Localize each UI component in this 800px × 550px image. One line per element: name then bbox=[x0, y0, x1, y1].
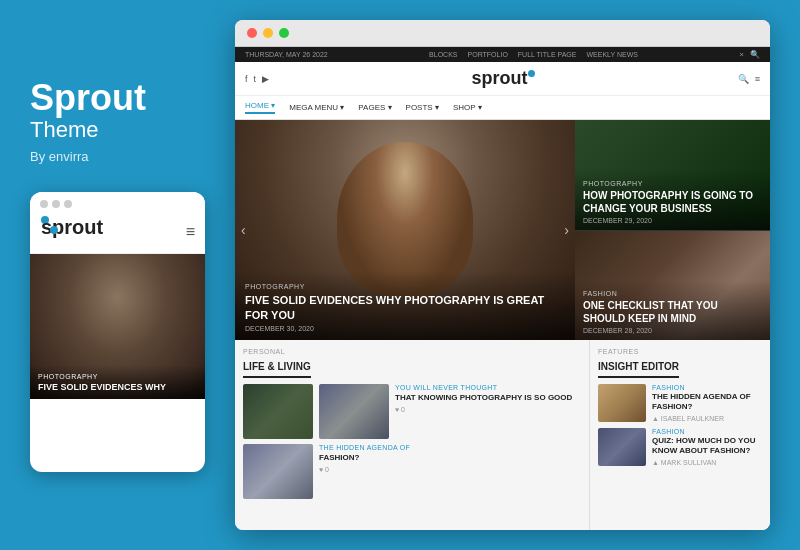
hero-main: ‹ › PHOTOGRAPHY FIVE SOLID EVIDENCES WHY… bbox=[235, 120, 575, 340]
hero-card-2-date: DECEMBER 28, 2020 bbox=[583, 327, 762, 334]
topbar-icons: × 🔍 bbox=[739, 50, 760, 59]
browser-chrome bbox=[235, 20, 770, 47]
social-facebook-icon[interactable]: f bbox=[245, 74, 248, 84]
site-header: f t ▶ sprout 🔍 ≡ bbox=[235, 62, 770, 96]
topbar-date: THURSDAY, MAY 26 2022 bbox=[245, 51, 328, 58]
insight-item-2: FASHION QUIZ: HOW MUCH DO YOU KNOW ABOUT… bbox=[598, 428, 762, 466]
nav-mega-menu[interactable]: MEGA MENU ▾ bbox=[289, 101, 344, 114]
hero-card-2-title: ONE CHECKLIST THAT YOU SHOULD KEEP IN MI… bbox=[583, 299, 762, 325]
article-2-category: THE HIDDEN AGENDA OF bbox=[319, 444, 581, 451]
mobile-dot-3 bbox=[64, 200, 72, 208]
mobile-mockup: sprout ≡ PHOTOGRAPHY FIVE SOLID EVIDENCE… bbox=[30, 192, 205, 472]
topbar-search-icon[interactable]: 🔍 bbox=[750, 50, 760, 59]
insight-2-title: QUIZ: HOW MUCH DO YOU KNOW ABOUT FASHION… bbox=[652, 436, 762, 457]
lower-left-label: PERSONAL bbox=[243, 348, 581, 355]
hero-card-1-date: DECEMBER 29, 2020 bbox=[583, 217, 762, 224]
mobile-image-area: PHOTOGRAPHY FIVE SOLID EVIDENCES WHY bbox=[30, 254, 205, 399]
mobile-caption-title: FIVE SOLID EVIDENCES WHY bbox=[38, 382, 197, 393]
topbar-nav-weekly[interactable]: WEEKLY NEWS bbox=[586, 51, 637, 58]
mobile-caption-category: PHOTOGRAPHY bbox=[38, 373, 197, 380]
mobile-top-bar bbox=[30, 192, 205, 212]
browser-dot-minimize[interactable] bbox=[263, 28, 273, 38]
lower-left: PERSONAL LIFE & LIVING YOU WILL NEVER TH… bbox=[235, 340, 590, 530]
article-thumb-2-image bbox=[319, 384, 389, 439]
topbar-nav-blocks[interactable]: BLOCKS bbox=[429, 51, 457, 58]
insight-thumb-2 bbox=[598, 428, 646, 466]
article-2-title: FASHION? bbox=[319, 453, 581, 463]
hero-card-2-overlay: FASHION ONE CHECKLIST THAT YOU SHOULD KE… bbox=[575, 280, 770, 340]
lower-articles: YOU WILL NEVER THOUGHT THAT KNOWING PHOT… bbox=[243, 384, 581, 499]
nav-pages[interactable]: PAGES ▾ bbox=[358, 101, 391, 114]
insight-content-1: FASHION THE HIDDEN AGENDA OF FASHION? ▲ … bbox=[652, 384, 762, 422]
insight-1-category: FASHION bbox=[652, 384, 762, 391]
nav-shop[interactable]: SHOP ▾ bbox=[453, 101, 482, 114]
insight-1-author: ▲ ISABEL FAULKNER bbox=[652, 415, 762, 422]
hero-prev-button[interactable]: ‹ bbox=[241, 222, 246, 238]
article-thumb-3-image bbox=[243, 444, 313, 499]
mobile-caption: PHOTOGRAPHY FIVE SOLID EVIDENCES WHY bbox=[30, 365, 205, 399]
article-list-row1: YOU WILL NEVER THOUGHT THAT KNOWING PHOT… bbox=[243, 384, 581, 439]
nav-home[interactable]: HOME ▾ bbox=[245, 101, 275, 114]
hero-main-caption: PHOTOGRAPHY FIVE SOLID EVIDENCES WHY PHO… bbox=[235, 271, 575, 340]
hero-main-category: PHOTOGRAPHY bbox=[245, 283, 565, 290]
article-1-meta: ♥ 0 bbox=[395, 406, 581, 413]
site-header-actions: 🔍 ≡ bbox=[738, 74, 760, 84]
lower-right: FEATURES INSIGHT EDITOR FASHION THE HIDD… bbox=[590, 340, 770, 530]
insight-2-category: FASHION bbox=[652, 428, 762, 435]
insight-1-title: THE HIDDEN AGENDA OF FASHION? bbox=[652, 392, 762, 413]
article-side-1: YOU WILL NEVER THOUGHT THAT KNOWING PHOT… bbox=[395, 384, 581, 439]
header-search-icon[interactable]: 🔍 bbox=[738, 74, 749, 84]
header-logo-dot bbox=[528, 70, 535, 77]
insight-section-title: INSIGHT EDITOR bbox=[598, 361, 679, 378]
topbar-nav-portfolio[interactable]: PORTFOLIO bbox=[468, 51, 508, 58]
article-list-row2: THE HIDDEN AGENDA OF FASHION? ♥ 0 bbox=[243, 444, 581, 499]
site-nav: HOME ▾ MEGA MENU ▾ PAGES ▾ POSTS ▾ SHOP … bbox=[235, 96, 770, 120]
desktop-mockup: THURSDAY, MAY 26 2022 BLOCKS PORTFOLIO F… bbox=[235, 20, 770, 530]
insight-content-2: FASHION QUIZ: HOW MUCH DO YOU KNOW ABOUT… bbox=[652, 428, 762, 466]
mobile-dot-1 bbox=[40, 200, 48, 208]
hero-card-2-category: FASHION bbox=[583, 290, 762, 297]
topbar-nav: BLOCKS PORTFOLIO FULL TITLE PAGE WEEKLY … bbox=[429, 51, 638, 58]
mobile-menu-icon[interactable]: ≡ bbox=[186, 223, 195, 241]
article-thumb-3 bbox=[243, 444, 313, 499]
mobile-dots bbox=[40, 200, 72, 208]
hero-card-1-overlay: PHOTOGRAPHY HOW PHOTOGRAPHY IS GOING TO … bbox=[575, 170, 770, 230]
mobile-logo-area: sprout ≡ bbox=[30, 212, 205, 254]
hero-section: ‹ › PHOTOGRAPHY FIVE SOLID EVIDENCES WHY… bbox=[235, 120, 770, 340]
insight-thumb-1-image bbox=[598, 384, 646, 422]
browser-dot-maximize[interactable] bbox=[279, 28, 289, 38]
insight-thumb-1 bbox=[598, 384, 646, 422]
hero-main-date: DECEMBER 30, 2020 bbox=[245, 325, 565, 332]
mobile-dot-2 bbox=[52, 200, 60, 208]
hero-card-2: FASHION ONE CHECKLIST THAT YOU SHOULD KE… bbox=[575, 231, 770, 341]
lower-left-section-title: LIFE & LIVING bbox=[243, 361, 311, 378]
brand-subtitle: Theme bbox=[30, 117, 200, 143]
brand-by: By envirra bbox=[30, 149, 200, 164]
site-topbar: THURSDAY, MAY 26 2022 BLOCKS PORTFOLIO F… bbox=[235, 47, 770, 62]
insight-2-author: ▲ MARK SULLIVAN bbox=[652, 459, 762, 466]
hero-next-button[interactable]: › bbox=[564, 222, 569, 238]
social-twitter-icon[interactable]: t bbox=[254, 74, 257, 84]
mobile-logo: sprout bbox=[40, 216, 58, 247]
article-thumb-1 bbox=[243, 384, 313, 439]
hero-main-title: FIVE SOLID EVIDENCES WHY PHOTOGRAPHY IS … bbox=[245, 293, 565, 322]
insight-items: FASHION THE HIDDEN AGENDA OF FASHION? ▲ … bbox=[598, 384, 762, 466]
article-thumb-2 bbox=[319, 384, 389, 439]
brand-title: Sprout bbox=[30, 78, 200, 118]
article-1-title: THAT KNOWING PHOTOGRAPHY IS SO GOOD bbox=[395, 393, 581, 403]
hero-card-1: PHOTOGRAPHY HOW PHOTOGRAPHY IS GOING TO … bbox=[575, 120, 770, 231]
social-youtube-icon[interactable]: ▶ bbox=[262, 74, 269, 84]
article-2-meta: ♥ 0 bbox=[319, 466, 581, 473]
topbar-close-icon[interactable]: × bbox=[739, 50, 744, 59]
browser-dot-close[interactable] bbox=[247, 28, 257, 38]
article-1-category: YOU WILL NEVER THOUGHT bbox=[395, 384, 581, 391]
hero-side-cards: PHOTOGRAPHY HOW PHOTOGRAPHY IS GOING TO … bbox=[575, 120, 770, 340]
insight-thumb-2-image bbox=[598, 428, 646, 466]
hero-card-1-title: HOW PHOTOGRAPHY IS GOING TO CHANGE YOUR … bbox=[583, 189, 762, 215]
topbar-nav-fulltitle[interactable]: FULL TITLE PAGE bbox=[518, 51, 577, 58]
site-social: f t ▶ bbox=[245, 74, 269, 84]
nav-posts[interactable]: POSTS ▾ bbox=[406, 101, 439, 114]
header-menu-icon[interactable]: ≡ bbox=[755, 74, 760, 84]
insight-item-1: FASHION THE HIDDEN AGENDA OF FASHION? ▲ … bbox=[598, 384, 762, 422]
lower-section: PERSONAL LIFE & LIVING YOU WILL NEVER TH… bbox=[235, 340, 770, 530]
